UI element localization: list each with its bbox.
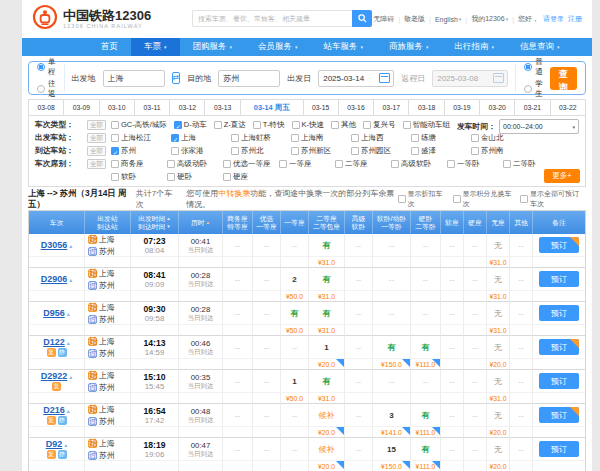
filter-option-D-动车[interactable]: D-动车 (174, 119, 207, 131)
column-header-出发时间[interactable]: 出发时间▲到达时间▼ (131, 211, 179, 234)
book-button[interactable]: 预订 (539, 373, 579, 389)
book-button[interactable]: 预订 (539, 441, 579, 457)
seat-availability[interactable]: 候补 (319, 444, 335, 455)
filter-option-高级软卧[interactable]: 高级软卧 (391, 158, 447, 170)
nav-item-商旅服务[interactable]: 商旅服务▾ (376, 38, 442, 56)
date-tab-03-11[interactable]: 03-11 (135, 100, 170, 115)
nav-item-出行指南[interactable]: 出行指南▾ (442, 38, 508, 56)
filter-option-苏州新区[interactable]: 苏州新区 (291, 145, 351, 157)
more-button[interactable]: 更多+ (544, 169, 580, 183)
top-link-4[interactable]: 我的12306▾ (471, 14, 508, 24)
seat-availability[interactable]: 候补 (319, 410, 335, 421)
swap-stations-icon[interactable]: ⇄ (172, 72, 181, 84)
column-header-二等座[interactable]: 二等座二等包座 (309, 211, 345, 234)
filter-option-Z-直达[interactable]: Z-直达 (214, 119, 246, 131)
filter-option-软卧[interactable]: 软卧 (111, 171, 167, 183)
date-tab-03-09[interactable]: 03-09 (64, 100, 99, 115)
filter-option-张家港[interactable]: 张家港 (171, 145, 231, 157)
column-header-无座[interactable]: 无座 (487, 211, 510, 234)
top-link-2[interactable]: 敬老版 (404, 14, 425, 24)
column-header-硬卧[interactable]: 硬卧二等卧 (411, 211, 441, 234)
filter-option-一等卧[interactable]: 一等卧 (447, 158, 503, 170)
filter-option-其他[interactable]: 其他 (331, 119, 356, 131)
filter-option-金山北[interactable]: 金山北 (471, 132, 531, 144)
toggle-显示积分兑换车次[interactable]: 显示积分兑换车次 (453, 189, 513, 209)
filter-option-上海[interactable]: 上海 (171, 132, 231, 144)
date-tab-03-10[interactable]: 03-10 (100, 100, 135, 115)
expand-stops-icon[interactable]: ▴ (67, 339, 70, 346)
book-button[interactable]: 预订 (539, 305, 579, 321)
query-submit-button[interactable]: 查询 (550, 67, 577, 90)
filter-option-硬卧[interactable]: 硬卧 (167, 171, 223, 183)
login-link[interactable]: 请登录 (543, 14, 564, 24)
column-header-车次[interactable]: 车次 (29, 211, 85, 234)
passenger-option-学生[interactable]: 学生 (524, 79, 543, 99)
train-code-link[interactable]: D2906 (41, 274, 68, 284)
filter-option-优选一等座[interactable]: 优选一等座 (223, 158, 279, 170)
date-tab-03-21[interactable]: 03-21 (515, 100, 550, 115)
train-code-link[interactable]: D122 (43, 337, 65, 347)
filter-option-一等座[interactable]: 一等座 (279, 158, 335, 170)
filter-option-上海松江[interactable]: 上海松江 (111, 132, 171, 144)
filter-option-苏州园区[interactable]: 苏州园区 (351, 145, 411, 157)
column-header-硬座[interactable]: 硬座 (464, 211, 487, 234)
toggle-显示折扣车次[interactable]: 显示折扣车次 (398, 189, 445, 209)
expand-stops-icon[interactable]: ▴ (69, 373, 72, 380)
top-link-3[interactable]: English▾ (435, 16, 461, 23)
column-header-一等座[interactable]: 一等座 (281, 211, 309, 234)
toggle-显示全部可预订车次[interactable]: 显示全部可预订车次 (520, 189, 586, 209)
date-tab-03-12[interactable]: 03-12 (170, 100, 205, 115)
filter-option-苏州南[interactable]: 苏州南 (471, 145, 531, 157)
date-tab-03-22[interactable]: 03-22 (551, 100, 585, 115)
filter-option-盛泽[interactable]: 盛泽 (411, 145, 471, 157)
nav-item-站车服务[interactable]: 站车服务▾ (311, 38, 377, 56)
register-link[interactable]: 注册 (568, 14, 582, 24)
book-button[interactable]: 预订 (539, 271, 579, 287)
nav-item-信息查询[interactable]: 信息查询▾ (507, 38, 573, 56)
filter-option-练塘[interactable]: 练塘 (411, 132, 471, 144)
nav-item-团购服务[interactable]: 团购服务▾ (180, 38, 246, 56)
date-tab-03-17[interactable]: 03-17 (374, 100, 409, 115)
book-button[interactable]: 预订 (539, 339, 579, 355)
filter-option-商务座[interactable]: 商务座 (111, 158, 167, 170)
to-input[interactable] (218, 70, 280, 87)
expand-stops-icon[interactable]: ▴ (69, 242, 72, 249)
select-all-button[interactable]: 全部 (87, 120, 106, 130)
train-code-link[interactable]: D956 (43, 308, 65, 318)
top-link-1[interactable]: 无障碍 (373, 14, 394, 24)
select-all-button[interactable]: 全部 (87, 159, 106, 169)
trip-option-单程[interactable]: 单程 (37, 57, 56, 77)
date-tab-03-14 周五[interactable]: 03-14 周五 (241, 100, 304, 115)
calendar-icon[interactable] (379, 73, 390, 83)
date-tab-03-16[interactable]: 03-16 (339, 100, 374, 115)
filter-option-硬座[interactable]: 硬座 (223, 171, 279, 183)
train-code-link[interactable]: D216 (43, 405, 65, 415)
column-header-其他[interactable]: 其他 (510, 211, 533, 234)
filter-option-上海南[interactable]: 上海南 (291, 132, 351, 144)
filter-option-高级动卧[interactable]: 高级动卧 (167, 158, 223, 170)
filter-option-上海虹桥[interactable]: 上海虹桥 (231, 132, 291, 144)
train-code-link[interactable]: D92 (46, 439, 63, 449)
filter-option-二等座[interactable]: 二等座 (335, 158, 391, 170)
date-tab-03-08[interactable]: 03-08 (29, 100, 64, 115)
select-all-button[interactable]: 全部 (87, 133, 106, 143)
date-tab-03-19[interactable]: 03-19 (445, 100, 480, 115)
column-header-优选[interactable]: 优选一等座 (253, 211, 281, 234)
column-header-高级[interactable]: 高级软卧 (345, 211, 373, 234)
column-header-历时[interactable]: 历时▲ (179, 211, 223, 234)
from-input[interactable] (103, 70, 165, 87)
filter-option-K-快速[interactable]: K-快速 (292, 119, 325, 131)
date-tab-03-20[interactable]: 03-20 (480, 100, 515, 115)
nav-item-车票[interactable]: 车票▾ (131, 38, 180, 56)
date-tab-03-15[interactable]: 03-15 (304, 100, 339, 115)
logo[interactable]: 中国铁路12306 12306 CHINA RAILWAY (32, 4, 151, 34)
filter-option-GC-高铁/城际[interactable]: GC-高铁/城际 (111, 119, 167, 131)
column-header-备注[interactable]: 备注 (533, 211, 585, 234)
filter-option-智能动车组[interactable]: 智能动车组 (403, 119, 451, 131)
expand-stops-icon[interactable]: ▴ (64, 441, 67, 448)
book-button[interactable]: 预订 (539, 237, 579, 253)
select-all-button[interactable]: 全部 (87, 146, 106, 156)
column-header-软座[interactable]: 软座 (441, 211, 464, 234)
passenger-option-普通[interactable]: 普通 (524, 57, 543, 77)
expand-stops-icon[interactable]: ▴ (67, 407, 70, 414)
